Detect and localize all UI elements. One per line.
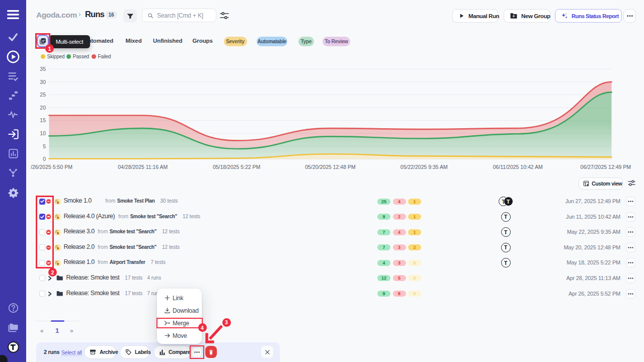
svg-text:04/28/2025 11:16 AM: 04/28/2025 11:16 AM: [118, 164, 168, 170]
svg-text:06/27/2025 12:49 PM: 06/27/2025 12:49 PM: [581, 164, 631, 170]
svg-text:06/11/2025 10:42 AM: 06/11/2025 10:42 AM: [493, 164, 543, 170]
svg-text:5: 5: [43, 143, 46, 149]
svg-text:05/22/2025 9:35 AM: 05/22/2025 9:35 AM: [400, 164, 448, 170]
svg-text:/26/2025 5:50 PM: /26/2025 5:50 PM: [31, 164, 72, 170]
svg-text:20: 20: [40, 105, 46, 111]
svg-text:05/18/2025 5:22 PM: 05/18/2025 5:22 PM: [213, 164, 261, 170]
svg-text:0: 0: [43, 156, 46, 162]
svg-text:15: 15: [40, 117, 46, 123]
svg-text:25: 25: [40, 92, 46, 98]
svg-text:05/20/2025 12:48 PM: 05/20/2025 12:48 PM: [305, 164, 355, 170]
svg-text:35: 35: [40, 66, 46, 72]
svg-text:10: 10: [40, 130, 46, 136]
svg-text:30: 30: [40, 79, 46, 85]
